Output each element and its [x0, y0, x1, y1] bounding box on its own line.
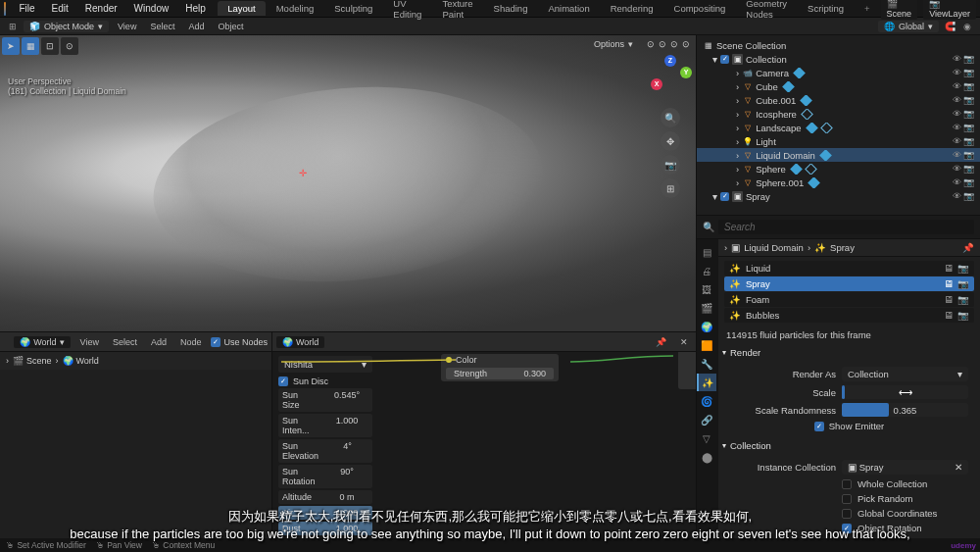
renderas-dropdown[interactable]: Collection▾	[842, 367, 968, 381]
scene-selector[interactable]: 🎬 Scene	[881, 0, 918, 20]
z-axis-icon[interactable]: Z	[664, 55, 676, 67]
tool-icon[interactable]: ⊡	[41, 37, 59, 55]
bc-world[interactable]: 🌍 World	[63, 356, 99, 366]
camera-icon[interactable]: 📷	[661, 155, 680, 175]
outliner-light[interactable]: › 💡Light👁📷	[697, 134, 980, 148]
tab-compositing[interactable]: Compositing	[664, 1, 736, 16]
ptab-scene[interactable]: 🎬	[697, 299, 716, 317]
ptab-world[interactable]: 🌍	[697, 318, 716, 335]
ptab-particles[interactable]: ✨	[697, 374, 716, 391]
outliner-landscape[interactable]: › ▽Landscape👁📷	[697, 121, 980, 134]
cursor-tool-icon[interactable]: ➤	[2, 37, 20, 55]
snap-icon[interactable]: 🧲	[943, 20, 956, 33]
ptab-output[interactable]: 🖨	[697, 262, 716, 279]
instance-collection-field[interactable]: ▣ Spray✕	[842, 460, 968, 475]
tab-rendering[interactable]: Rendering	[601, 1, 663, 16]
ptab-physics[interactable]: 🌀	[697, 392, 716, 410]
outliner-collection[interactable]: ▾ ✓ ▣Collection 👁📷	[697, 52, 980, 66]
tab-scripting[interactable]: Scripting	[798, 1, 854, 16]
world-dd-2[interactable]: 🌍 World	[276, 336, 324, 348]
view-menu[interactable]: View	[113, 21, 141, 32]
shading-material-icon[interactable]: ⊙	[670, 39, 678, 49]
outliner-camera[interactable]: › 📹Camera👁📷	[697, 66, 980, 79]
ptab-modifier[interactable]: 🔧	[697, 355, 716, 373]
psys-spray[interactable]: ✨Spray🖥📷	[724, 276, 974, 291]
strength-field[interactable]: Strength0.300	[446, 368, 554, 379]
tab-sculpting[interactable]: Sculpting	[324, 1, 382, 16]
psys-foam[interactable]: ✨Foam🖥📷	[724, 292, 974, 307]
camera-icon[interactable]: 📷	[957, 278, 969, 289]
outliner-icosphere[interactable]: › ▽Icosphere👁📷	[697, 107, 980, 121]
sunsize-field[interactable]: 0.545°	[321, 388, 372, 412]
bc-spray[interactable]: Spray	[830, 242, 855, 253]
sky-type-dropdown[interactable]: Nishita▾	[278, 356, 372, 373]
ptab-constraints[interactable]: 🔗	[697, 411, 716, 428]
tab-geonodes[interactable]: Geometry Nodes	[736, 0, 797, 22]
eye-icon[interactable]: 👁	[953, 54, 961, 64]
outliner-cube001[interactable]: › ▽Cube.001👁📷	[697, 93, 980, 107]
zoom-icon[interactable]: 🔍	[661, 108, 680, 127]
color-socket-icon[interactable]	[446, 357, 452, 363]
ptab-data[interactable]: ▽	[697, 429, 716, 447]
bc-scene[interactable]: 🎬 Scene	[13, 356, 52, 366]
select-menu-2[interactable]: Select	[109, 337, 141, 347]
view-menu-2[interactable]: View	[76, 337, 103, 347]
pan-icon[interactable]: ✥	[661, 131, 680, 151]
select-box-icon[interactable]: ▦	[22, 37, 39, 55]
viewport-options-menu[interactable]: Options▾ ⊙ ⊙ ⊙ ⊙	[594, 39, 690, 49]
outliner-spray-collection[interactable]: ▾ ✓ ▣Spray👁📷	[697, 189, 980, 203]
display-icon[interactable]: 🖥	[944, 310, 954, 321]
wholecoll-checkbox[interactable]	[842, 479, 852, 489]
clear-icon[interactable]: ✕	[955, 462, 962, 473]
outliner[interactable]: ▦Scene Collection ▾ ✓ ▣Collection 👁📷 › 📹…	[697, 35, 980, 216]
mode-dropdown[interactable]: 🧊 Object Mode ▾	[24, 21, 109, 32]
pin-icon[interactable]: 📌	[962, 242, 974, 253]
pin-icon[interactable]: 📌	[652, 337, 670, 347]
sunrot-field[interactable]: 90°	[321, 465, 372, 488]
display-icon[interactable]: 🖥	[944, 278, 954, 289]
tab-shading[interactable]: Shading	[484, 1, 538, 16]
psys-bubbles[interactable]: ✨Bubbles🖥📷	[724, 308, 974, 323]
ptab-object[interactable]: 🟧	[697, 336, 716, 354]
menu-help[interactable]: Help	[177, 1, 214, 16]
collection-section-header[interactable]: ▾Collection	[718, 437, 980, 454]
ptab-view[interactable]: 🖼	[697, 280, 716, 298]
x-axis-icon[interactable]: X	[651, 78, 662, 90]
ptab-material[interactable]: ⬤	[697, 448, 716, 466]
properties-search[interactable]: Search	[718, 220, 974, 234]
tab-add[interactable]: +	[855, 1, 880, 16]
psys-liquid[interactable]: ✨Liquid🖥📷	[724, 261, 974, 276]
altitude-field[interactable]: 0 m	[321, 490, 372, 504]
camera-icon[interactable]: 📷	[957, 263, 969, 274]
tab-animation[interactable]: Animation	[538, 1, 599, 16]
shading-wireframe-icon[interactable]: ⊙	[647, 39, 655, 49]
tab-uv[interactable]: UV Editing	[383, 0, 431, 22]
3d-viewport[interactable]: ✛ ➤ ▦ ⊡ ⊙ User Perspective (181) Collect…	[0, 35, 696, 331]
close-icon[interactable]: ✕	[676, 337, 692, 347]
tab-texture[interactable]: Texture Paint	[432, 0, 482, 22]
y-axis-icon[interactable]: Y	[680, 67, 692, 78]
enable-checkbox[interactable]: ✓	[720, 192, 729, 201]
ptab-render[interactable]: ▤	[697, 243, 716, 261]
outliner-sphere001[interactable]: › ▽Sphere.001👁📷	[697, 176, 980, 189]
display-icon[interactable]: 🖥	[944, 263, 954, 274]
render-section-header[interactable]: ▾Render	[718, 344, 980, 361]
add-menu[interactable]: Add	[183, 21, 209, 32]
node-menu[interactable]: Node	[176, 337, 206, 347]
bc-object[interactable]: Liquid Domain	[744, 242, 804, 253]
nav-gizmo[interactable]: X Y Z	[649, 57, 692, 100]
menu-edit[interactable]: Edit	[44, 1, 76, 16]
sundisc-checkbox[interactable]: ✓	[278, 376, 288, 386]
menu-window[interactable]: Window	[126, 1, 177, 16]
tab-layout[interactable]: Layout	[218, 1, 266, 16]
shading-solid-icon[interactable]: ⊙	[659, 39, 666, 49]
sunint-field[interactable]: 1.000	[321, 414, 372, 437]
render-icon[interactable]: 📷	[963, 54, 974, 64]
outliner-scene-collection[interactable]: ▦Scene Collection	[697, 38, 980, 52]
shading-rendered-icon[interactable]: ⊙	[682, 39, 690, 49]
outliner-sphere[interactable]: › ▽Sphere👁📷	[697, 162, 980, 176]
proportional-icon[interactable]: ◉	[960, 20, 974, 33]
use-nodes-checkbox[interactable]: ✓Use Nodes	[211, 337, 268, 347]
scale-slider[interactable]: ⟷	[842, 385, 968, 399]
background-node[interactable]: Color Strength0.300	[441, 354, 559, 381]
